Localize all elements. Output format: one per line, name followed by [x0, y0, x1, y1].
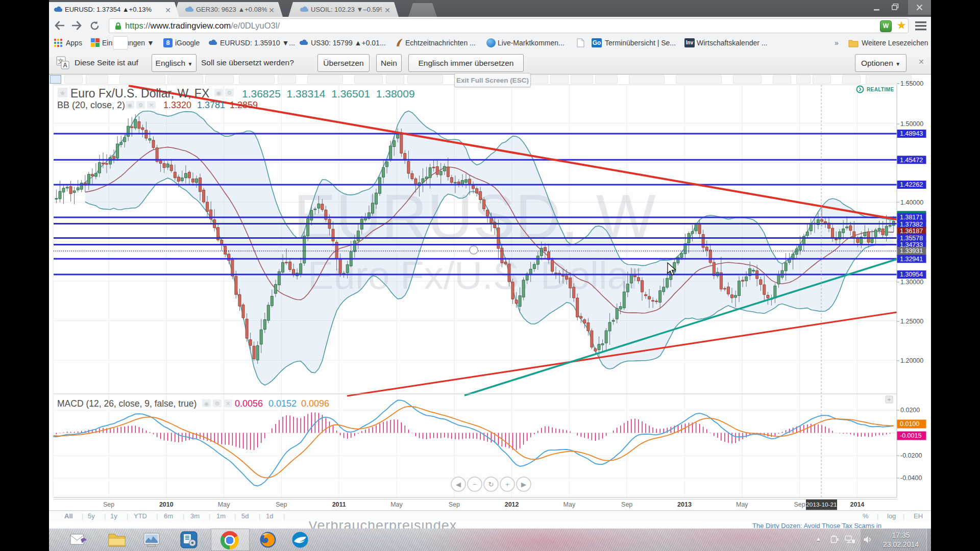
svg-text:⚙: ⚙ [215, 400, 220, 407]
svg-text:May: May [390, 501, 403, 508]
svg-text:1.40000: 1.40000 [900, 199, 923, 206]
svg-text:A: A [63, 62, 67, 69]
svg-text:1.30000: 1.30000 [900, 279, 923, 286]
svg-text:0.0152: 0.0152 [268, 398, 297, 409]
svg-text:1.50000: 1.50000 [900, 120, 923, 128]
svg-text:✕: ✕ [226, 400, 230, 407]
svg-text:⚙: ⚙ [138, 102, 143, 108]
svg-text:1.3781: 1.3781 [197, 100, 225, 110]
svg-text:1.25000: 1.25000 [900, 318, 923, 325]
svg-text:May: May [736, 501, 748, 508]
svg-text:1.33931: 1.33931 [900, 247, 923, 255]
svg-text:◉: ◉ [204, 400, 209, 407]
svg-text:May: May [218, 501, 230, 508]
svg-text:-0.0015: -0.0015 [900, 432, 921, 439]
svg-text:Sep: Sep [794, 501, 805, 508]
svg-text:2012: 2012 [505, 501, 519, 508]
svg-text:★: ★ [60, 89, 66, 97]
svg-text:2011: 2011 [332, 501, 346, 508]
svg-text:1.36825 1.38314 1.36501 1.3: 1.36825 1.38314 1.36501 1.38009 [242, 88, 415, 99]
svg-text:-0.0400: -0.0400 [900, 474, 922, 482]
svg-text:Sep: Sep [276, 501, 287, 508]
svg-text:2014: 2014 [850, 501, 864, 508]
svg-text:REALTIME: REALTIME [867, 87, 894, 92]
svg-text:0.0200: 0.0200 [900, 407, 920, 414]
svg-text:2013-10-21: 2013-10-21 [806, 501, 837, 508]
svg-text:1.20000: 1.20000 [900, 357, 923, 364]
svg-text:−: − [473, 481, 477, 488]
svg-text:0.0100: 0.0100 [900, 420, 919, 428]
svg-text:1.2859: 1.2859 [230, 100, 258, 110]
svg-text:0.0096: 0.0096 [301, 398, 329, 409]
svg-text:◀: ◀ [456, 481, 461, 488]
svg-text:BB (20, close, 2): BB (20, close, 2) [57, 100, 125, 110]
svg-text:1.30954: 1.30954 [900, 271, 923, 278]
svg-text:May: May [564, 501, 576, 508]
svg-text:Sep: Sep [449, 501, 460, 508]
svg-text:1.36187: 1.36187 [900, 228, 923, 235]
svg-text:Euro Fx/U.S. Dollar, W, FX: Euro Fx/U.S. Dollar, W, FX [70, 87, 209, 100]
svg-text:Sep: Sep [103, 501, 114, 508]
svg-text:↻: ↻ [488, 481, 494, 488]
svg-text:◉: ◉ [216, 90, 222, 96]
svg-text:MACD (12, 26, close, 9, false,: MACD (12, 26, close, 9, false, true) [57, 398, 197, 409]
svg-text:-0.0200: -0.0200 [900, 452, 922, 459]
svg-text:⚙: ⚙ [227, 90, 232, 96]
svg-text:1.48943: 1.48943 [900, 130, 923, 137]
svg-text:1.32941: 1.32941 [900, 256, 923, 263]
svg-text:1.42262: 1.42262 [900, 181, 923, 188]
svg-text:0.0056: 0.0056 [235, 398, 263, 409]
svg-text:2010: 2010 [159, 501, 174, 508]
svg-text:1.38171: 1.38171 [900, 214, 923, 221]
svg-text:2013: 2013 [677, 501, 692, 508]
svg-text:1.55000: 1.55000 [900, 80, 923, 87]
svg-text:Sep: Sep [621, 501, 632, 508]
svg-text:✕: ✕ [149, 102, 154, 108]
svg-text:+: + [505, 481, 509, 488]
svg-text:▶: ▶ [521, 481, 526, 488]
svg-text:1.37382: 1.37382 [900, 221, 923, 228]
svg-text:1.45472: 1.45472 [900, 157, 923, 164]
svg-text:+: + [888, 396, 891, 403]
svg-text:1.3320: 1.3320 [163, 100, 191, 110]
svg-text:◉: ◉ [128, 102, 133, 108]
